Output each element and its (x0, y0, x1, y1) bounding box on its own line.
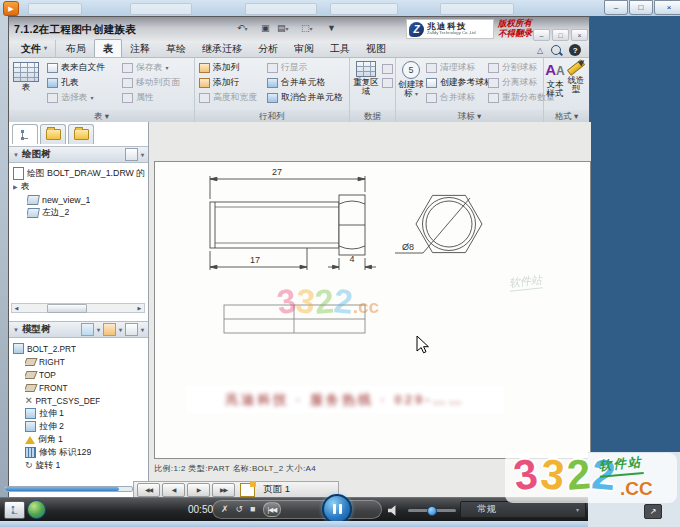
stop-icon[interactable]: ■ (250, 505, 255, 514)
repeat-region-button[interactable]: 重复区域 (352, 61, 380, 96)
eraser-icon[interactable] (382, 64, 393, 74)
tab-view[interactable]: 视图 (358, 40, 394, 57)
scrollbar-thumb[interactable] (47, 304, 87, 313)
merge-cells-button[interactable]: 合并单元格 (267, 75, 343, 90)
browser-globe-icon[interactable] (27, 500, 46, 519)
feature-right[interactable]: RIGHT (25, 355, 65, 368)
feature-extrude1[interactable]: 拉伸 1 (25, 407, 64, 420)
taskbar-item[interactable] (28, 3, 82, 15)
tab-annotate[interactable]: 注释 (122, 40, 158, 57)
properties-button[interactable]: 属性 (122, 90, 180, 105)
row-display-button[interactable]: 行显示 (267, 60, 343, 75)
tab-layout[interactable]: 布局 (58, 40, 94, 57)
table-button[interactable]: 表 (13, 62, 39, 92)
speaker-icon[interactable] (388, 505, 399, 516)
clean-balloons-button[interactable]: 清理球标 (426, 60, 493, 75)
save-table-button[interactable]: 保存表▾ (122, 60, 180, 75)
proe-minimize-button[interactable]: – (533, 29, 550, 41)
tree-columns-icon[interactable] (125, 323, 138, 336)
group-label-rowcol[interactable]: 行和列 (195, 110, 349, 122)
tab-table[interactable]: 表 (94, 39, 122, 57)
model-root[interactable]: BOLT_2.PRT (13, 342, 76, 355)
taskbar-item[interactable] (245, 3, 317, 15)
annotate-icon[interactable]: ✗ (221, 505, 229, 514)
height-width-button[interactable]: 高度和宽度 (199, 90, 257, 105)
tab-tools[interactable]: 工具 (322, 40, 358, 57)
prev-page-button[interactable]: ◀ (162, 483, 185, 497)
switch-symbols-icon[interactable] (382, 78, 393, 88)
new-sheet-icon[interactable] (240, 483, 255, 497)
unmerge-cells-button[interactable]: 取消合并单元格 (267, 90, 343, 105)
graphics-area[interactable]: 27 17 4 Ø8 3322.cc 软件站 兆迪科技 · 服务热线 · 029… (149, 122, 591, 497)
collapse-icon[interactable]: ▼ (13, 327, 19, 333)
model-tree-toggle-button[interactable] (4, 501, 25, 519)
feature-cosmetic[interactable]: 修饰 标识129 (25, 446, 91, 459)
feature-chamfer[interactable]: 倒角 1 (25, 433, 63, 446)
undo-icon[interactable]: ↶▾ (237, 23, 248, 33)
feature-front[interactable]: FRONT (25, 381, 68, 394)
tree-item-view[interactable]: new_view_1 (27, 193, 90, 206)
proe-close-button[interactable]: × (571, 29, 588, 41)
text-style-button[interactable]: AA 文本样式 (545, 61, 565, 98)
line-style-button[interactable]: 线造型 (566, 64, 586, 94)
tree-item-view[interactable]: 左边_2 (27, 206, 69, 219)
tab-inherit-migrate[interactable]: 继承迁移 (194, 40, 250, 57)
select-table-button[interactable]: 选择表▾ (47, 90, 105, 105)
table-from-file-button[interactable]: 表来自文件 (47, 60, 105, 75)
open-icon[interactable]: ⬚▾ (301, 23, 313, 33)
feature-extrude2[interactable]: 拉伸 2 (25, 420, 64, 433)
tree-horizontal-scrollbar[interactable]: ◀ ▶ (11, 303, 145, 313)
group-label-table[interactable]: 表 ▾ (9, 110, 194, 122)
move-to-page-button[interactable]: 移动到页面 (122, 75, 180, 90)
volume-thumb[interactable] (427, 506, 437, 516)
filter-icon[interactable] (103, 323, 116, 336)
tree-item-drawing[interactable]: 绘图 BOLT_DRAW_1.DRW 的第 1 (13, 167, 145, 180)
feature-top[interactable]: TOP (25, 368, 56, 381)
group-label-format[interactable]: 格式 ▾ (544, 110, 589, 122)
create-ref-balloon-button[interactable]: 创建参考球标 (426, 75, 493, 90)
group-label-balloon[interactable]: 球标 ▾ (396, 110, 543, 122)
tab-file[interactable]: 文件▾ (13, 40, 56, 57)
tree-item-table[interactable]: ▶ 表 (13, 180, 29, 193)
feature-csys[interactable]: ⨯PRT_CSYS_DEF (25, 394, 100, 407)
add-column-button[interactable]: 添加列 (199, 60, 257, 75)
rewind-button[interactable]: |◀◀ (263, 502, 282, 517)
add-row-button[interactable]: 添加行 (199, 75, 257, 90)
create-balloon-button[interactable]: 5 创建球标 ▾ (398, 61, 424, 98)
tree-settings-icon[interactable] (125, 148, 138, 161)
search-icon[interactable] (551, 45, 561, 55)
first-page-button[interactable]: ◀◀ (137, 483, 160, 497)
folder-browser-tab[interactable] (40, 124, 66, 144)
tab-analysis[interactable]: 分析 (250, 40, 286, 57)
mode-dropdown[interactable]: 常规 ▾ (460, 501, 586, 518)
taskbar-item[interactable] (440, 3, 514, 15)
proe-restore-button[interactable]: □ (552, 29, 569, 41)
group-label-data[interactable]: 数据 (350, 110, 395, 122)
merge-balloons-button[interactable]: 合并球标 (426, 90, 493, 105)
maximize-button[interactable]: □ (629, 0, 653, 15)
chevron-down-icon[interactable]: ▾ (141, 151, 144, 158)
feature-revolve[interactable]: ↻旋转 1 (25, 459, 60, 472)
scroll-left-icon[interactable]: ◀ (12, 305, 21, 311)
tab-review[interactable]: 审阅 (286, 40, 322, 57)
video-seekbar[interactable] (4, 486, 133, 492)
paste-icon[interactable]: ▣ (261, 23, 270, 33)
replay-icon[interactable]: ↺ (236, 505, 244, 514)
scroll-right-icon[interactable]: ▶ (135, 305, 144, 311)
collapse-ribbon-icon[interactable]: △ (537, 46, 543, 55)
expand-icon[interactable]: ▶ (13, 183, 18, 190)
quick-access-menu-icon[interactable]: ▼ (327, 23, 336, 33)
favorites-tab[interactable] (68, 124, 94, 144)
model-tree-tab[interactable] (12, 124, 38, 144)
next-page-button[interactable]: ▶ (187, 483, 210, 497)
last-page-button[interactable]: ▶▶ (212, 483, 235, 497)
minimize-button[interactable]: – (604, 0, 628, 15)
tab-sketch[interactable]: 草绘 (158, 40, 194, 57)
close-button[interactable]: × (654, 0, 680, 15)
expand-icon[interactable]: ↗ (644, 504, 662, 519)
collapse-icon[interactable]: ▼ (13, 152, 19, 158)
volume-slider[interactable] (408, 509, 456, 512)
taskbar-item[interactable] (130, 3, 192, 15)
show-icon[interactable] (81, 323, 94, 336)
pause-button[interactable] (322, 494, 352, 524)
